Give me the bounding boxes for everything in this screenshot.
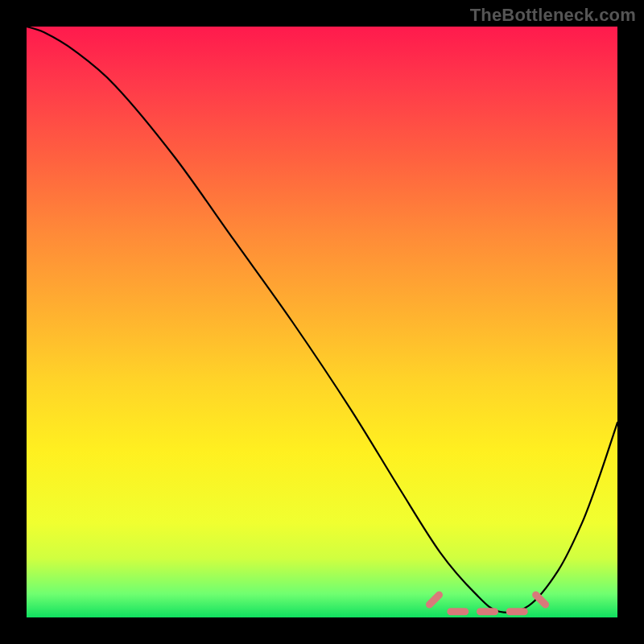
plot-area <box>27 27 617 617</box>
curve-path <box>27 27 617 613</box>
attribution-label: TheBottleneck.com <box>470 5 636 26</box>
chart-container: TheBottleneck.com <box>0 0 644 644</box>
bottleneck-curve <box>27 27 617 617</box>
flat-region-markers <box>430 595 546 612</box>
